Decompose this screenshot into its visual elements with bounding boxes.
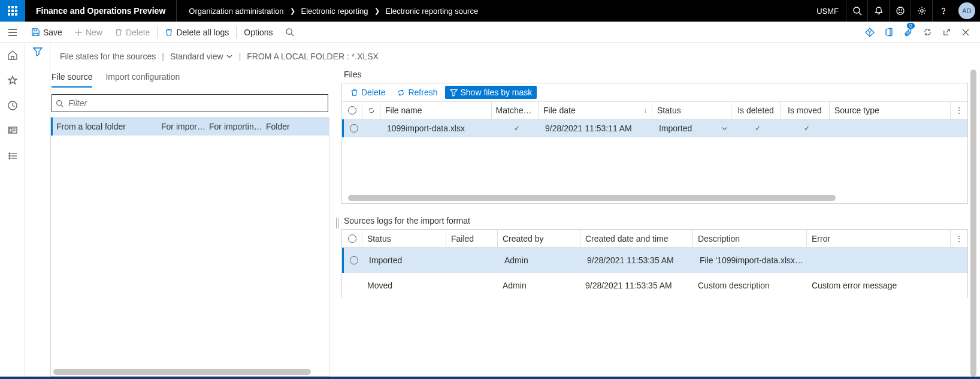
logs-section: Sources logs for the import format Statu… <box>341 216 968 298</box>
logs-header-select[interactable] <box>342 230 362 247</box>
nav-toggle-button[interactable] <box>0 22 25 43</box>
files-header-name[interactable]: File name <box>380 102 492 119</box>
log-dt-cell: 9/28/2021 11:53:35 AM <box>582 248 695 273</box>
view-selector[interactable]: Standard view <box>170 52 233 61</box>
svg-line-1 <box>859 13 861 15</box>
left-pane: File source Import configuration From a … <box>50 70 333 377</box>
feedback-button[interactable] <box>889 0 911 22</box>
files-row[interactable]: 1099import-data.xlsx ✓ 9/28/2021 11:53:1… <box>342 119 967 137</box>
log-by-cell: Admin <box>500 248 582 273</box>
settings-button[interactable] <box>911 0 932 22</box>
notifications-button[interactable] <box>867 0 889 22</box>
source-name: From a local folder <box>56 122 161 131</box>
files-header-select[interactable] <box>342 102 362 119</box>
user-avatar[interactable]: AD <box>958 2 975 19</box>
delete-logs-button[interactable]: Delete all logs <box>159 22 235 43</box>
options-button[interactable]: Options <box>238 22 279 43</box>
waffle-icon <box>8 6 17 16</box>
office-button[interactable] <box>879 22 899 43</box>
cmd-search-button[interactable] <box>279 22 300 43</box>
nav-modules[interactable] <box>3 148 22 164</box>
files-header-moved[interactable]: Is moved <box>781 102 830 119</box>
search-icon <box>852 6 862 16</box>
files-header-matched[interactable]: Matche… <box>492 102 539 119</box>
files-delete-button[interactable]: Delete <box>346 86 390 99</box>
source-row[interactable]: From a local folder For impor… For impor… <box>51 118 329 136</box>
files-header-deleted[interactable]: Is deleted <box>731 102 781 119</box>
content: File states for the sources | Standard v… <box>50 43 980 377</box>
logs-header-by[interactable]: Created by <box>498 230 580 247</box>
row-select-radio[interactable] <box>350 256 358 264</box>
logs-header-dt[interactable]: Created date and time <box>580 230 693 247</box>
file-name-cell: 1099import-data.xlsx <box>382 119 494 137</box>
funnel-icon <box>33 47 43 56</box>
filter-box[interactable] <box>52 94 328 112</box>
breadcrumb-item[interactable]: Electronic reporting source <box>386 7 479 16</box>
breadcrumb-item[interactable]: Electronic reporting <box>301 7 368 16</box>
refresh-icon <box>368 107 375 114</box>
vertical-scrollbar[interactable] <box>970 70 976 377</box>
logs-row[interactable]: Imported Admin 9/28/2021 11:53:35 AM Fil… <box>342 248 967 273</box>
files-header-date[interactable]: File date↓ <box>539 102 652 119</box>
filter-pane-button[interactable] <box>33 47 43 377</box>
breadcrumb-item[interactable]: Organization administration <box>189 7 283 16</box>
context-label: FROM A LOCAL FOLDER : *.XLSX <box>247 52 379 61</box>
refresh-button[interactable] <box>918 22 937 43</box>
options-label: Options <box>244 28 273 37</box>
nav-favorites[interactable] <box>3 72 22 89</box>
view-label: Standard view <box>170 52 223 61</box>
filter-input[interactable] <box>67 98 324 109</box>
files-refresh-button[interactable]: Refresh <box>392 86 442 99</box>
svg-point-22 <box>9 155 10 157</box>
log-failed-cell <box>446 273 498 298</box>
attachments-button[interactable]: 0 <box>899 22 918 43</box>
attachments-badge: 0 <box>907 23 915 29</box>
save-button[interactable]: Save <box>25 22 68 43</box>
diamond-button[interactable] <box>860 22 879 43</box>
close-button[interactable] <box>956 22 975 43</box>
workspace-icon <box>7 125 18 136</box>
logs-header-more[interactable]: ⋮ <box>951 230 967 247</box>
log-status-cell: Moved <box>362 273 446 298</box>
file-status-cell[interactable]: Imported <box>654 119 733 137</box>
office-icon <box>885 28 893 37</box>
logs-header-failed[interactable]: Failed <box>446 230 498 247</box>
files-grid: Delete Refresh Show files by mask <box>341 83 968 204</box>
logs-header-desc[interactable]: Description <box>693 230 807 247</box>
files-header-refresh[interactable] <box>362 102 380 119</box>
splitter[interactable] <box>333 70 341 377</box>
new-button[interactable]: New <box>68 22 108 43</box>
logs-header-err[interactable]: Error <box>807 230 951 247</box>
app-launcher-button[interactable] <box>0 0 25 22</box>
log-desc-cell: Custom description <box>693 273 807 298</box>
horizontal-scrollbar[interactable] <box>348 195 836 201</box>
nav-home[interactable] <box>3 47 22 64</box>
delete-label: Delete <box>126 28 150 37</box>
separator: | <box>239 52 241 61</box>
topbar-right: USMF AD <box>809 0 980 22</box>
files-header-status[interactable]: Status <box>652 102 731 119</box>
show-files-by-mask-button[interactable]: Show files by mask <box>445 86 537 99</box>
row-select-radio[interactable] <box>350 124 358 133</box>
search-button[interactable] <box>846 0 867 22</box>
delete-button[interactable]: Delete <box>108 22 156 43</box>
horizontal-scrollbar[interactable] <box>53 369 311 375</box>
tabs: File source Import configuration <box>50 70 329 88</box>
svg-point-12 <box>286 29 291 34</box>
save-label: Save <box>43 28 62 37</box>
svg-point-3 <box>899 10 899 10</box>
tab-file-source[interactable]: File source <box>52 70 92 88</box>
popout-button[interactable] <box>937 22 956 43</box>
files-header-srctype[interactable]: Source type <box>830 102 951 119</box>
company-code[interactable]: USMF <box>809 7 846 16</box>
files-header-more[interactable]: ⋮ <box>951 102 967 119</box>
tab-import-configuration[interactable]: Import configuration <box>105 70 180 88</box>
search-icon <box>285 28 294 37</box>
nav-recent[interactable] <box>3 97 22 114</box>
logs-row[interactable]: Moved Admin 9/28/2021 11:53:35 AM Custom… <box>342 273 967 298</box>
nav-workspaces[interactable] <box>3 122 22 139</box>
help-button[interactable] <box>932 0 954 22</box>
files-body: 1099import-data.xlsx ✓ 9/28/2021 11:53:1… <box>342 119 967 203</box>
source-list[interactable]: From a local folder For impor… For impor… <box>50 117 329 377</box>
logs-header-status[interactable]: Status <box>362 230 446 247</box>
